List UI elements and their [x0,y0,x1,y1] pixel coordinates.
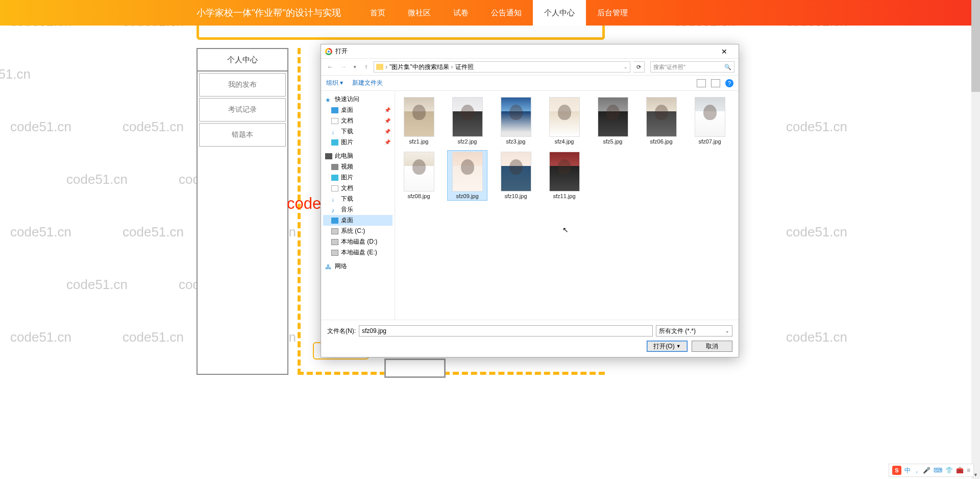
forward-button[interactable]: → [338,63,349,70]
tree-pictures2[interactable]: 图片 [323,172,393,183]
tree-docs2[interactable]: 文档 [323,183,393,194]
ime-toolbar: S 中 ， 🎤 ⌨ 👕 🧰 ≡ [889,464,974,477]
ime-lang-toggle[interactable]: 中 [904,466,911,475]
dialog-nav-bar: ← → ▾ ↑ › "图片集"中的搜索结果 › 证件照 ⌄ ⟳ 搜索"证件照" … [321,59,739,76]
watermark: code51.cn [10,329,71,345]
tree-desktop2[interactable]: 桌面 [323,215,393,226]
nav-announce[interactable]: 公告通知 [480,0,533,26]
filename: sfz11.jpg [553,193,575,199]
document-icon [331,185,338,191]
ime-toolbox-icon[interactable]: 🧰 [956,467,964,474]
thumbnail [501,152,531,191]
file-item-selected[interactable]: sfz09.jpg [448,151,487,200]
tree-desktop[interactable]: 桌面📌 [323,105,393,115]
recent-dropdown[interactable]: ▾ [352,64,358,69]
thumbnail [695,97,725,137]
ime-keyboard-icon[interactable]: ⌨ [934,467,942,474]
view-mode-button[interactable] [697,79,706,87]
organize-menu[interactable]: 组织 ▾ [326,79,343,87]
tree-drive-d[interactable]: 本地磁盘 (D:) [323,236,393,247]
cancel-button[interactable]: 取消 [692,341,732,352]
pin-icon: 📌 [384,107,390,113]
thumbnail [549,97,580,137]
bottom-card-right[interactable] [384,358,446,378]
breadcrumb-sep: › [385,63,387,70]
filename: sfz08.jpg [407,193,430,199]
tree-drive-e[interactable]: 本地磁盘 (E:) [323,247,393,258]
watermark: code51.cn [786,119,847,135]
dialog-footer: 文件名(N): 所有文件 (*.*)⌄ 打开(O)▼ 取消 [321,320,739,357]
file-item[interactable]: sfz5.jpg [593,96,632,146]
open-button[interactable]: 打开(O)▼ [647,341,688,352]
video-icon [331,164,338,170]
search-input[interactable]: 搜索"证件照" 🔍 [650,61,734,73]
sidebar-item-errors[interactable]: 错题本 [199,123,286,147]
music-icon: ♪ [331,207,338,213]
tree-docs[interactable]: 文档📌 [323,115,393,126]
file-item[interactable]: sfz1.jpg [399,96,438,146]
tree-drive-c[interactable]: 系统 (C:) [323,226,393,236]
network-icon: 🖧 [325,264,332,270]
newfolder-button[interactable]: 新建文件夹 [352,79,383,87]
ime-voice-icon[interactable]: 🎤 [923,467,930,474]
dialog-body: ★快速访问 桌面📌 文档📌 ↓下载📌 图片📌 此电脑 视频 图片 文档 ↓下载 … [321,91,739,320]
file-item[interactable]: sfz4.jpg [545,96,584,146]
breadcrumb-seg1[interactable]: "图片集"中的搜索结果 [389,63,449,71]
sogou-logo-icon[interactable]: S [892,466,901,475]
filename: sfz1.jpg [409,138,429,145]
star-icon: ★ [325,97,332,103]
file-item[interactable]: sfz11.jpg [545,151,584,200]
content-top-border [197,26,605,40]
drive-icon [331,250,338,256]
desktop-icon [331,218,338,224]
tree-pictures[interactable]: 图片📌 [323,137,393,148]
download-icon: ↓ [331,196,338,202]
tree-network[interactable]: 🖧网络 [323,261,393,272]
dialog-title: 打开 [335,47,348,56]
preview-pane-button[interactable] [711,79,720,87]
sidebar-item-exams[interactable]: 考试记录 [199,98,286,122]
filename-input[interactable] [359,325,653,337]
thumbnail [452,97,483,137]
ime-punct-toggle[interactable]: ， [914,466,920,475]
nav-exam[interactable]: 试卷 [442,0,480,26]
file-item[interactable]: sfz3.jpg [496,96,535,146]
scroll-thumb[interactable] [971,0,980,92]
tree-quick-access[interactable]: ★快速访问 [323,94,393,105]
filename: sfz3.jpg [506,138,526,145]
tree-thispc[interactable]: 此电脑 [323,151,393,161]
download-icon: ↓ [331,129,338,135]
file-item[interactable]: sfz08.jpg [399,151,438,200]
page-scrollbar[interactable]: ▲ ▼ [971,0,980,479]
file-item[interactable]: sfz10.jpg [496,151,535,200]
tree-downloads[interactable]: ↓下载📌 [323,126,393,137]
chrome-icon [325,48,332,55]
breadcrumb-seg2[interactable]: 证件照 [455,63,474,71]
nav-profile[interactable]: 个人中心 [533,0,586,26]
tree-downloads2[interactable]: ↓下载 [323,194,393,204]
nav-admin[interactable]: 后台管理 [586,0,639,26]
file-item[interactable]: sfz2.jpg [448,96,487,146]
tree-video[interactable]: 视频 [323,161,393,172]
breadcrumb-dropdown[interactable]: ⌄ [624,64,628,69]
up-button[interactable]: ↑ [361,63,371,70]
file-type-filter[interactable]: 所有文件 (*.*)⌄ [656,325,732,337]
app-title: 小学家校一体"作业帮"的设计与实现 [197,7,341,19]
back-button[interactable]: ← [325,63,335,70]
help-icon[interactable]: ? [725,79,733,87]
nav-community[interactable]: 微社区 [397,0,442,26]
filename: sfz07.jpg [698,138,721,145]
dialog-titlebar: 打开 ✕ [321,44,739,59]
ime-skin-icon[interactable]: 👕 [945,467,953,474]
nav-home[interactable]: 首页 [359,0,397,26]
tree-music[interactable]: ♪音乐 [323,204,393,215]
dialog-toolbar: 组织 ▾ 新建文件夹 ? [321,76,739,91]
thumbnail [404,97,434,137]
sidebar-item-posts[interactable]: 我的发布 [199,73,286,97]
address-bar[interactable]: › "图片集"中的搜索结果 › 证件照 ⌄ [374,61,630,73]
file-item[interactable]: sfz07.jpg [690,96,729,146]
file-item[interactable]: sfz06.jpg [642,96,681,146]
refresh-button[interactable]: ⟳ [633,61,645,73]
ime-menu-icon[interactable]: ≡ [967,467,970,474]
close-button[interactable]: ✕ [714,47,734,56]
